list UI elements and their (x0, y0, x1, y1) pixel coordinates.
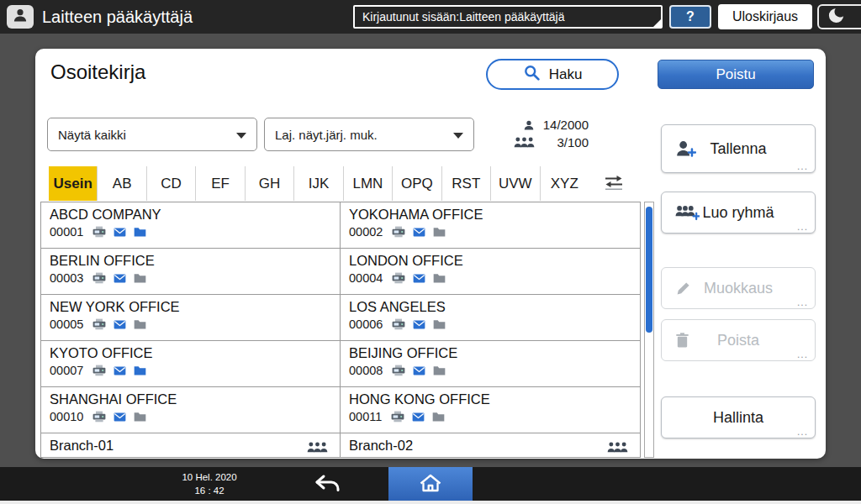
display-filter-dropdown[interactable]: Näytä kaikki (47, 118, 257, 151)
mail-icon (114, 228, 126, 237)
folder-blue-icon (134, 365, 146, 375)
login-status-dropdown[interactable]: Kirjautunut sisään:Laitteen pääkäyttäjä (353, 5, 663, 29)
address-entry[interactable]: LOS ANGELES00006 (341, 295, 640, 341)
address-entry[interactable]: NEW YORK OFFICE00005 (41, 295, 341, 341)
manage-button[interactable]: Hallinta ... (661, 396, 816, 438)
back-arrow-icon (313, 472, 343, 496)
folder-icon (134, 412, 146, 422)
address-entry[interactable]: ABCD COMPANY00001 (41, 202, 341, 249)
panel-title: Osoitekirja (50, 60, 145, 84)
user-count-icon (523, 119, 535, 131)
address-entry[interactable]: LONDON OFFICE00004 (341, 249, 640, 295)
address-entry[interactable]: BEIJING OFFICE00008 (341, 341, 640, 387)
capacity-counters: 14/2000 3/100 (504, 116, 589, 151)
entry-id: 00010 (50, 410, 83, 423)
address-entry[interactable]: BERLIN OFFICE00003 (41, 249, 341, 295)
logout-button[interactable]: Uloskirjaus (718, 4, 812, 29)
create-group-label: Luo ryhmä (662, 192, 815, 233)
user-account-button[interactable] (7, 5, 34, 29)
folder-icon (433, 319, 446, 329)
folder-icon (433, 227, 446, 237)
bottom-bar: 10 Hel. 2020 16 : 42 (0, 467, 861, 501)
address-entry[interactable]: Branch-01 (41, 433, 341, 458)
register-button[interactable]: Tallenna ... (661, 124, 816, 173)
more-indicator: ... (797, 297, 808, 308)
action-buttons: Tallenna ... Luo ryhmä ... Muokkaus ... … (661, 49, 816, 459)
more-indicator: ... (797, 221, 808, 233)
help-button[interactable]: ? (669, 5, 711, 29)
mail-icon (413, 320, 425, 329)
energy-saver-button[interactable] (817, 4, 861, 29)
address-entry[interactable]: KYOTO OFFICE00007 (41, 341, 341, 387)
top-bar: Laitteen pääkäyttäjä Kirjautunut sisään:… (0, 0, 861, 34)
tab-lmn[interactable]: LMN (343, 166, 392, 201)
manage-label: Hallinta (662, 397, 815, 438)
tab-ijk[interactable]: IJK (293, 166, 342, 201)
entry-name: KYOTO OFFICE (50, 345, 331, 361)
entry-name: SHANGHAI OFFICE (50, 391, 331, 407)
entry-id: 00001 (50, 225, 83, 239)
group-counter-row: 3/100 (504, 134, 589, 151)
time-text: 16 : 42 (157, 484, 261, 497)
user-count: 14/2000 (540, 118, 589, 132)
dropdown-corner-fold (653, 19, 661, 27)
address-entry[interactable]: Branch-02 (341, 433, 640, 458)
fax-icon (92, 365, 106, 376)
tab-xyz[interactable]: XYZ (540, 166, 589, 201)
date-text: 10 Hel. 2020 (157, 470, 261, 484)
edit-button[interactable]: Muokkaus ... (661, 267, 816, 309)
tab-usein[interactable]: Usein (49, 166, 97, 201)
mail-icon (114, 320, 126, 329)
fax-icon (92, 318, 106, 330)
tab-rst[interactable]: RST (441, 166, 490, 201)
tab-cd[interactable]: CD (146, 166, 195, 201)
search-icon (523, 64, 541, 86)
entry-name: HONG KONG OFFICE (349, 391, 631, 407)
entry-meta: 00008 (349, 364, 631, 377)
sort-value: Laj. näyt.järj. muk. (275, 128, 378, 142)
list-scrollbar[interactable] (644, 202, 654, 458)
home-button[interactable] (388, 467, 473, 501)
delete-button[interactable]: Poista ... (661, 319, 816, 361)
user-counter-row: 14/2000 (504, 116, 589, 134)
search-button[interactable]: Haku (486, 59, 619, 90)
mail-icon (114, 274, 126, 283)
entry-meta: 00006 (349, 318, 631, 331)
entry-name: LOS ANGELES (349, 299, 631, 315)
fax-icon (392, 272, 405, 284)
folder-icon (433, 365, 446, 375)
entry-meta: 00004 (349, 271, 631, 285)
entry-name: Branch-02 (349, 438, 631, 454)
entry-name: NEW YORK OFFICE (50, 299, 331, 315)
caret-down-icon (236, 133, 246, 139)
folder-icon (432, 412, 445, 422)
login-status-text: Kirjautunut sisään:Laitteen pääkäyttäjä (362, 10, 565, 24)
entry-name: YOKOHAMA OFFICE (349, 207, 631, 223)
fax-icon (92, 272, 106, 284)
person-icon (12, 7, 29, 27)
switch-display-icon (603, 175, 625, 193)
address-entry[interactable]: HONG KONG OFFICE00011 (341, 387, 640, 433)
create-group-button[interactable]: Luo ryhmä ... (661, 192, 816, 234)
home-icon (418, 472, 443, 496)
moon-icon (827, 6, 846, 29)
edit-label: Muokkaus (662, 268, 815, 308)
address-book-panel: Osoitekirja Haku Poistu Näytä kaikki Laj… (35, 49, 826, 459)
scrollbar-thumb[interactable] (646, 207, 652, 333)
address-entry[interactable]: YOKOHAMA OFFICE00002 (341, 202, 640, 249)
entry-name: BEIJING OFFICE (349, 345, 631, 361)
address-entry[interactable]: SHANGHAI OFFICE00010 (41, 387, 341, 433)
display-switch-button[interactable] (594, 171, 634, 197)
group-icon (307, 441, 328, 456)
back-button[interactable] (304, 467, 351, 501)
sort-order-dropdown[interactable]: Laj. näyt.järj. muk. (264, 118, 474, 151)
datetime: 10 Hel. 2020 16 : 42 (157, 470, 261, 497)
tab-ab[interactable]: AB (97, 166, 145, 201)
mail-icon (114, 412, 126, 422)
address-list: ABCD COMPANY00001YOKOHAMA OFFICE00002BER… (40, 202, 641, 458)
tab-opq[interactable]: OPQ (392, 166, 441, 201)
tab-ef[interactable]: EF (195, 166, 244, 201)
tab-uvw[interactable]: UVW (490, 166, 539, 201)
entry-name: Branch-01 (50, 438, 331, 454)
tab-gh[interactable]: GH (245, 166, 293, 201)
